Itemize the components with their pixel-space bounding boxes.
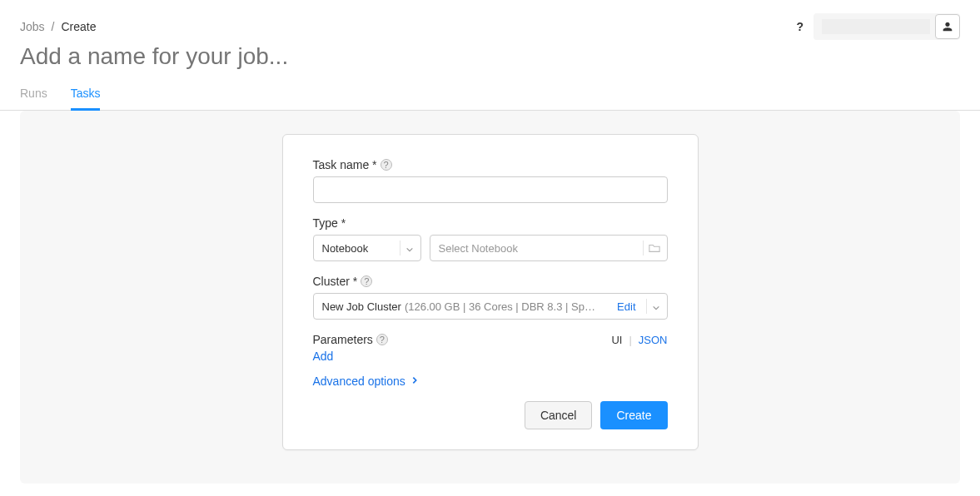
task-canvas: Task name * ? Type * Notebook Select Not…: [20, 111, 960, 484]
parameters-help-icon[interactable]: ?: [376, 334, 388, 345]
cluster-select[interactable]: New Job Cluster (126.00 GB | 36 Cores | …: [313, 293, 668, 320]
breadcrumb: Jobs / Create: [20, 20, 97, 33]
params-toggle-divider: |: [629, 334, 631, 346]
cluster-help-icon[interactable]: ?: [361, 275, 372, 287]
cluster-label: Cluster *: [313, 275, 358, 288]
user-icon: [935, 14, 960, 39]
create-button[interactable]: Create: [600, 401, 667, 429]
parameters-label: Parameters: [313, 333, 373, 346]
type-select[interactable]: Notebook: [313, 235, 421, 261]
cluster-name: New Job Cluster: [322, 300, 401, 313]
chevron-right-icon: [410, 374, 419, 388]
select-divider: [643, 241, 644, 255]
select-divider: [400, 241, 400, 255]
tab-tasks[interactable]: Tasks: [71, 80, 101, 111]
task-card: Task name * ? Type * Notebook Select Not…: [282, 134, 699, 450]
tab-runs[interactable]: Runs: [20, 80, 47, 111]
chevron-down-icon: [652, 302, 660, 310]
notebook-placeholder: Select Notebook: [439, 242, 638, 255]
type-select-value: Notebook: [322, 242, 395, 255]
params-json-toggle[interactable]: JSON: [639, 334, 668, 346]
params-ui-toggle[interactable]: UI: [611, 334, 622, 346]
chevron-down-icon: [405, 244, 414, 252]
type-label: Type *: [313, 216, 346, 230]
job-name-input[interactable]: [20, 43, 960, 70]
advanced-options-toggle[interactable]: Advanced options: [313, 374, 405, 388]
breadcrumb-jobs-link[interactable]: Jobs: [20, 20, 45, 33]
add-parameter-link[interactable]: Add: [313, 350, 334, 363]
user-name-redacted: [822, 19, 930, 34]
notebook-select[interactable]: Select Notebook: [430, 235, 668, 261]
help-icon[interactable]: ?: [796, 20, 803, 33]
user-menu[interactable]: [813, 13, 960, 40]
breadcrumb-separator: /: [52, 20, 55, 33]
cancel-button[interactable]: Cancel: [525, 401, 593, 429]
task-name-label: Task name *: [313, 158, 377, 171]
task-name-help-icon[interactable]: ?: [381, 159, 392, 171]
select-divider: [646, 299, 647, 314]
cluster-edit-link[interactable]: Edit: [617, 300, 635, 313]
cluster-detail: (126.00 GB | 36 Cores | DBR 8.3 | Sp…: [405, 300, 617, 313]
folder-icon: [649, 242, 660, 254]
breadcrumb-current: Create: [61, 20, 96, 33]
task-name-input[interactable]: [313, 176, 668, 203]
